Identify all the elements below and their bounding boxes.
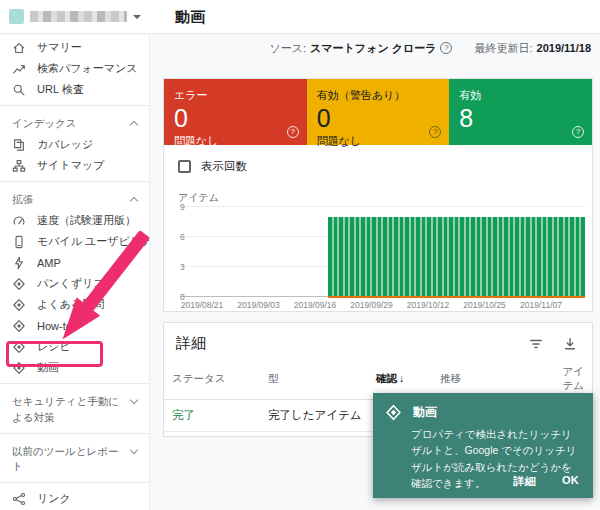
chart-bar [405, 217, 409, 296]
sidebar-item-label: サイトマップ [37, 158, 105, 173]
tooltip-title: 動画 [413, 404, 437, 421]
sidebar-divider [0, 433, 149, 434]
property-name-redacted [30, 11, 127, 22]
status-count: 8 [459, 104, 582, 133]
column-header-items[interactable]: アイテム [560, 365, 584, 393]
status-label: 有効 [459, 88, 582, 103]
impressions-checkbox[interactable] [178, 160, 191, 173]
chart-bar [372, 217, 376, 296]
sidebar-item-label: カバレッジ [37, 137, 93, 152]
feature-tooltip: 動画 プロパティで検出されたリッチリザルトと、Google でそのリッチリザルト… [373, 393, 593, 498]
last-updated-value: 2019/11/18 [537, 42, 591, 54]
chart-bar [482, 217, 486, 296]
rich-result-icon [385, 404, 402, 421]
details-title: 詳細 [176, 334, 510, 353]
status-sub: 問題なし [174, 134, 297, 149]
speed-icon [12, 214, 26, 228]
chart-bar [438, 217, 442, 296]
x-axis-tick-label: 2019/09/16 [294, 300, 337, 310]
status-sub: 問題なし [317, 134, 440, 149]
sidebar-divider [0, 482, 149, 483]
chart-bar [471, 217, 475, 296]
status-count: 0 [174, 104, 297, 133]
status-card-valid[interactable]: 有効 8 [449, 79, 592, 145]
chart-bar [548, 217, 552, 296]
help-icon[interactable] [287, 126, 299, 138]
status-count: 0 [317, 104, 440, 133]
help-icon[interactable] [572, 126, 584, 138]
chevron-up-icon [130, 121, 138, 129]
x-axis-tick-label: 2019/11/07 [520, 300, 562, 310]
sidebar-item-label: 検索パフォーマンス [37, 61, 138, 76]
sidebar-item-カバレッジ[interactable]: カバレッジ [0, 134, 149, 155]
chart-bar [350, 217, 354, 296]
sidebar-item-サイトマップ[interactable]: サイトマップ [0, 155, 149, 176]
tooltip-ok-button[interactable]: OK [562, 474, 579, 489]
chart-bar [581, 217, 585, 296]
chart-bar [559, 217, 563, 296]
help-icon[interactable] [440, 42, 452, 54]
chart-bar [345, 217, 349, 296]
chart-bars [328, 207, 585, 296]
sitemap-icon [12, 159, 26, 173]
chart-bar [339, 217, 343, 296]
sidebar-divider [0, 105, 149, 106]
row-type: 完了したアイテム [268, 408, 376, 423]
filter-icon[interactable] [528, 336, 544, 352]
chart-bar [334, 217, 338, 296]
status-row: エラー 0 問題なし 有効（警告あり） 0 問題なし 有効 8 [164, 79, 592, 145]
status-card-valid-with-warnings[interactable]: 有効（警告あり） 0 問題なし [307, 79, 450, 145]
chart-bar [356, 217, 360, 296]
x-axis-tick-label: 2019/09/03 [237, 300, 280, 310]
chart-bar [521, 217, 525, 296]
chart-bar [378, 217, 382, 296]
y-axis-tick-label: 6 [180, 232, 185, 242]
sidebar-section-header[interactable]: インデックス [0, 111, 149, 134]
last-updated-label: 最終更新日: [474, 41, 532, 56]
performance-icon [12, 62, 26, 76]
chart-bar [526, 217, 530, 296]
sidebar-item-リンク[interactable]: リンク [0, 488, 149, 509]
chevron-down-icon [130, 446, 138, 454]
chart-bar [394, 217, 398, 296]
chart-bar [510, 217, 514, 296]
chart-bar [328, 217, 332, 296]
source-value: スマートフォン クローラ [310, 41, 436, 56]
page-title: 動画 [175, 8, 205, 27]
property-selector[interactable] [0, 9, 150, 24]
download-icon[interactable] [562, 336, 578, 352]
top-bar: 動画 [0, 0, 600, 34]
column-header-type[interactable]: 型 [268, 372, 376, 386]
column-header-trend[interactable]: 推移 [440, 372, 560, 386]
help-icon[interactable] [429, 126, 441, 138]
report-subheader: ソース: スマートフォン クローラ 最終更新日: 2019/11/18 [150, 35, 600, 61]
column-header-validation[interactable]: 確認↓ [376, 372, 440, 386]
chart-bar [389, 217, 393, 296]
chart-bar [477, 217, 481, 296]
chevron-down-icon [130, 396, 138, 404]
tooltip-details-button[interactable]: 詳細 [513, 474, 536, 489]
sidebar-item-検索パフォーマンス[interactable]: 検索パフォーマンス [0, 58, 149, 79]
status-card-error[interactable]: エラー 0 問題なし [164, 79, 307, 145]
property-icon [9, 9, 24, 24]
chevron-up-icon [130, 197, 138, 205]
sidebar-section-header[interactable]: 拡張 [0, 187, 149, 210]
status-label: 有効（警告あり） [317, 88, 440, 103]
chart-bar [444, 217, 448, 296]
sidebar-section-header[interactable]: セキュリティと手動による対策 [0, 389, 149, 427]
sidebar-item-label: リンク [37, 491, 71, 506]
chart-bar [411, 217, 415, 296]
chart-bar [427, 217, 431, 296]
summary-card: エラー 0 問題なし 有効（警告あり） 0 問題なし 有効 8 表示回数 アイ [163, 78, 593, 312]
y-axis-tick-label: 3 [180, 262, 185, 272]
chart-bar [532, 217, 536, 296]
chart-bar [422, 217, 426, 296]
sidebar-item-URL 検査[interactable]: URL 検査 [0, 79, 149, 100]
column-header-status[interactable]: ステータス [172, 372, 268, 386]
sidebar-divider [0, 181, 149, 182]
impressions-toggle[interactable]: 表示回数 [178, 159, 247, 174]
sort-descending-icon: ↓ [399, 372, 404, 384]
sidebar-section-header[interactable]: 以前のツールとレポート [0, 439, 149, 477]
chart-bar [554, 217, 558, 296]
sidebar-item-サマリー[interactable]: サマリー [0, 37, 149, 58]
